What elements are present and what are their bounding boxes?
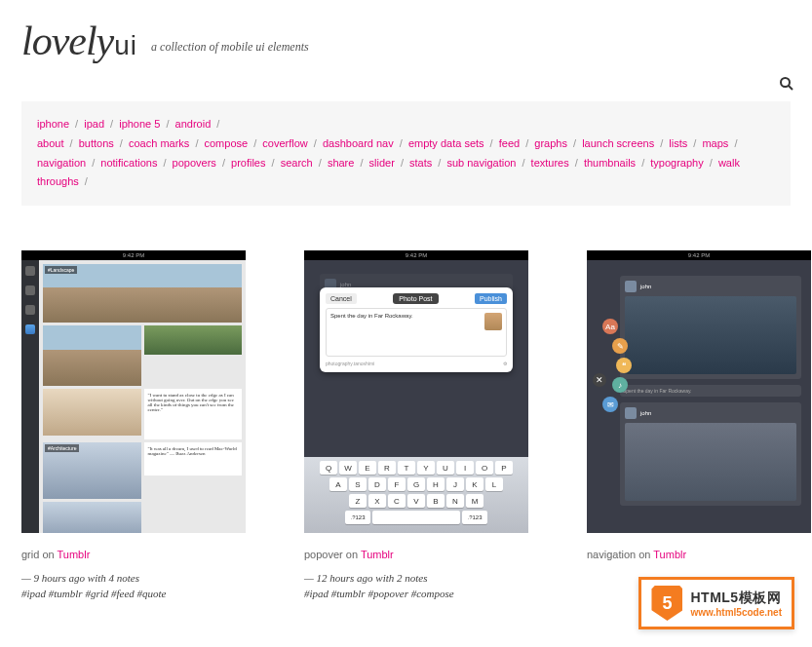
- source-label: photography.tanoshimi: [326, 361, 374, 366]
- key: R: [378, 461, 396, 475]
- tag-link[interactable]: typography: [650, 157, 703, 169]
- tag-link[interactable]: profiles: [231, 157, 265, 169]
- post-thumbnail[interactable]: 9:42 PM #Landscape "I want to stand as c…: [21, 250, 246, 533]
- key: F: [388, 477, 406, 491]
- key: K: [466, 477, 483, 491]
- device-statusbar: 9:42 PM: [587, 250, 811, 260]
- tag-link[interactable]: feed: [499, 137, 520, 149]
- tag-link[interactable]: navigation: [37, 157, 86, 169]
- tag-link[interactable]: ipad: [84, 118, 104, 130]
- logo[interactable]: lovely ui: [21, 18, 137, 64]
- key: N: [446, 494, 464, 508]
- tag-link[interactable]: iphone: [37, 118, 69, 130]
- bolt-icon: [25, 305, 35, 315]
- grid-cell: [43, 389, 141, 436]
- grid-cell: #Architecture: [43, 442, 141, 499]
- tag-link[interactable]: search: [281, 157, 313, 169]
- avatar-icon: [625, 281, 637, 292]
- key: Z: [349, 494, 367, 508]
- tag-link[interactable]: maps: [702, 137, 728, 149]
- tag-link[interactable]: graphs: [534, 137, 567, 149]
- compose-popover: Cancel Photo Post Publish Spent the day …: [320, 287, 513, 372]
- tag-link[interactable]: lists: [669, 137, 687, 149]
- post-grid: 9:42 PM #Landscape "I want to stand as c…: [0, 223, 812, 599]
- avatar-icon: [625, 407, 637, 419]
- key: S: [349, 477, 367, 491]
- publish-button: Publish: [475, 293, 507, 304]
- key: C: [388, 494, 406, 508]
- post-thumbnail[interactable]: 9:42 PM john Cancel Photo Post Publish S…: [304, 250, 528, 533]
- key: A: [329, 477, 347, 491]
- popover-title: Photo Post: [393, 293, 438, 304]
- key: L: [485, 477, 503, 491]
- tag-filter-box: iphone / ipad / iphone 5 / android / abo…: [21, 101, 791, 206]
- radial-menu-item: ✉: [602, 397, 618, 412]
- tagline: a collection of mobile ui elements: [151, 40, 309, 55]
- post-tags: #ipad #tumblr #popover #compose: [304, 588, 528, 599]
- content-grid: #Landscape "I want to stand as close to …: [39, 260, 246, 533]
- caption-text: popover on: [304, 549, 361, 560]
- app-sidebar: [21, 260, 39, 533]
- tag-link[interactable]: slider: [369, 157, 395, 169]
- tag-link[interactable]: compose: [205, 137, 249, 149]
- grid-cell: [144, 325, 243, 355]
- tag-link[interactable]: textures: [531, 157, 569, 169]
- key: P: [495, 461, 513, 475]
- compass-icon: [25, 285, 35, 295]
- tag-link[interactable]: sub navigation: [446, 157, 516, 169]
- site-header: lovely ui a collection of mobile ui elem…: [0, 0, 812, 72]
- tag-link[interactable]: android: [175, 118, 212, 130]
- device-statusbar: 9:42 PM: [304, 250, 528, 260]
- key: W: [339, 461, 357, 475]
- source-link[interactable]: Tumblr: [58, 549, 91, 560]
- key: G: [407, 477, 425, 491]
- tag-link[interactable]: popovers: [173, 157, 216, 169]
- key: J: [446, 477, 464, 491]
- compose-text: Spent the day in Far Rockaway.: [330, 313, 481, 352]
- tag-link[interactable]: about: [37, 137, 64, 149]
- radial-menu: Aa✎❝♪✉ ✕: [595, 319, 610, 416]
- source-link[interactable]: Tumblr: [361, 549, 394, 560]
- tag-link[interactable]: launch screens: [582, 137, 654, 149]
- caption-text: grid on: [21, 549, 58, 560]
- grid-cell: #Landscape: [43, 264, 242, 323]
- badge-title: HTML5模板网: [690, 590, 782, 607]
- search-button[interactable]: [779, 76, 794, 95]
- tag-link[interactable]: share: [328, 157, 355, 169]
- key: Y: [417, 461, 435, 475]
- key: I: [456, 461, 474, 475]
- card-image: [625, 423, 796, 501]
- tag-link[interactable]: coach marks: [129, 137, 189, 149]
- source-link[interactable]: Tumblr: [653, 549, 686, 560]
- tag-link[interactable]: dashboard nav: [323, 137, 394, 149]
- compose-icon: [25, 324, 35, 334]
- tag-link[interactable]: iphone 5: [119, 118, 160, 130]
- key: D: [368, 477, 386, 491]
- post-tags: #ipad #tumblr #grid #feed #quote: [21, 588, 246, 599]
- feed-card: Spent the day in Far Rockaway.: [620, 385, 801, 397]
- radial-menu-item: Aa: [602, 319, 618, 334]
- svg-point-0: [781, 78, 790, 87]
- key: V: [407, 494, 425, 508]
- post-thumbnail[interactable]: 9:42 PM john Spent the day in Far Rockaw…: [587, 250, 811, 533]
- watermark-badge[interactable]: 5 HTML5模板网 www.html5code.net: [638, 577, 794, 629]
- photo-attachment: [484, 313, 502, 330]
- keyboard: QWERTYUIOP ASDFGHJKL ZXCVBNM .?123.?123: [304, 457, 528, 533]
- quote-card: "I want to stand as close to the edge as…: [144, 389, 243, 439]
- tag-link[interactable]: buttons: [79, 137, 114, 149]
- tag-link[interactable]: thumbnails: [584, 157, 636, 169]
- key: T: [398, 461, 415, 475]
- html5-shield-icon: 5: [651, 586, 682, 621]
- key: O: [476, 461, 493, 475]
- tag-link[interactable]: stats: [409, 157, 432, 169]
- tag-link[interactable]: notifications: [100, 157, 157, 169]
- radial-menu-item: ♪: [612, 377, 628, 393]
- post-timestamp: — 12 hours ago with 2 notes: [304, 572, 528, 584]
- home-icon: [25, 266, 35, 276]
- tag-link[interactable]: coverflow: [262, 137, 307, 149]
- tag-link[interactable]: empty data sets: [408, 137, 484, 149]
- device-statusbar: 9:42 PM: [21, 250, 246, 260]
- search-icon: [779, 76, 794, 92]
- platform-tags: iphone / ipad / iphone 5 / android /: [37, 115, 775, 134]
- quote-card: "It was all a dream, I used to read Mac-…: [144, 442, 243, 476]
